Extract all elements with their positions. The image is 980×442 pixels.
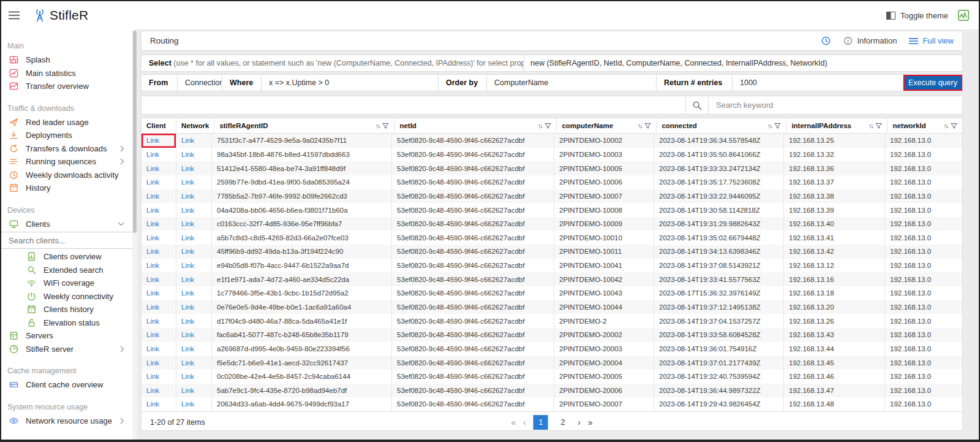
client-link[interactable]: Link [146,400,159,408]
sidebar-item-client-cache-overview[interactable]: Client cache overview [1,378,132,392]
network-link[interactable]: Link [181,289,194,297]
network-link[interactable]: Link [181,318,194,325]
execute-query-button[interactable]: Execute query [903,75,962,91]
client-link[interactable]: Link [146,207,159,214]
sort-icon[interactable]: ↑↓ [638,122,643,129]
filter-icon[interactable] [545,123,551,129]
page-button-1[interactable]: 1 [533,415,548,430]
client-link[interactable]: Link [146,262,159,269]
client-link[interactable]: Link [146,178,159,186]
client-link[interactable]: Link [146,192,159,200]
filter-icon[interactable] [951,123,957,129]
network-link[interactable]: Link [181,207,194,214]
sort-icon[interactable]: ↑↓ [944,122,949,129]
filter-icon[interactable] [875,123,882,129]
search-clients-input[interactable] [1,235,132,246]
toggle-theme-button[interactable]: Toggle theme [886,11,948,20]
sidebar-item-splash[interactable]: Splash [1,53,132,67]
client-link[interactable]: Link [146,234,159,242]
scrollbar-thumb[interactable] [133,31,137,233]
network-link[interactable]: Link [181,234,194,242]
sidebar-item-wifi-coverage[interactable]: WiFi coverage [1,276,132,290]
sidebar-item-transfers-downloads[interactable]: Transfers & downloads [1,142,132,156]
sidebar-item-transfer-overview[interactable]: Transfer overview [1,80,132,93]
sidebar-item-clients-overview[interactable]: Clients overview [1,250,132,264]
filter-icon[interactable] [774,123,781,129]
sort-icon[interactable]: ↑↓ [375,122,381,129]
client-link[interactable]: Link [146,303,159,311]
client-link[interactable]: Link [146,373,159,380]
column-header-stifleragentid[interactable]: stifleRAgentID↑↓ [214,118,394,133]
sidebar-item-clients[interactable]: Clients [1,218,132,231]
sidebar-item-elevation-status[interactable]: Elevation status [1,316,132,330]
sidebar-item-servers[interactable]: Servers [1,329,132,343]
network-link[interactable]: Link [181,276,194,283]
sort-icon[interactable]: ↑↓ [767,122,773,129]
sidebar-item-clients-history[interactable]: Clients history [1,303,132,316]
filter-icon[interactable] [644,123,651,129]
column-header-networkid[interactable]: networkId↑↓ [888,118,962,133]
client-link[interactable]: Link [146,289,159,297]
network-link[interactable]: Link [181,303,194,311]
sort-icon[interactable]: ↑↓ [538,122,543,129]
information-button[interactable]: Information [843,36,897,45]
client-link[interactable]: Link [146,331,159,338]
activity-chart-icon[interactable] [958,10,969,21]
client-link[interactable]: Link [146,220,159,227]
where-value-input[interactable]: x => x.Uptime > 0 [262,75,439,91]
network-link[interactable]: Link [181,192,194,200]
client-link[interactable]: Link [146,137,159,144]
page-button-2[interactable]: 2 [556,415,570,430]
select-value-input[interactable]: new (StifleRAgentID, NetId, ComputerName… [524,55,962,71]
column-header-computername[interactable]: computerName↑↓ [557,118,657,133]
network-link[interactable]: Link [181,345,194,352]
network-link[interactable]: Link [181,137,194,144]
column-header-internalipaddress[interactable]: internalIPAddress↑↓ [786,118,888,133]
network-link[interactable]: Link [181,248,194,255]
search-keyword-input[interactable] [709,96,962,114]
sort-icon[interactable]: ↑↓ [869,122,874,129]
filter-icon[interactable] [382,123,389,129]
last-page-button[interactable]: » [588,417,593,427]
network-link[interactable]: Link [181,178,194,186]
network-link[interactable]: Link [181,331,194,338]
network-link[interactable]: Link [181,165,194,172]
sidebar-item-running-sequences[interactable]: Running sequences [1,155,132,169]
next-page-button[interactable]: › [578,417,581,427]
return-entries-input[interactable]: 1000 [733,75,903,91]
client-link[interactable]: Link [146,276,159,283]
network-link[interactable]: Link [181,220,194,227]
column-header-connected[interactable]: connected↑↓ [657,118,786,133]
sidebar-item-extended-search[interactable]: Extended search [1,264,132,277]
previous-page-button[interactable]: ‹ [523,417,526,427]
full-view-button[interactable]: Full view [909,36,954,45]
network-link[interactable]: Link [181,359,194,367]
from-value-input[interactable]: Connections [178,75,222,91]
sidebar-item-weekly-downloads-activity[interactable]: Weekly downloads activity [1,169,132,182]
sidebar-item-stifler-server[interactable]: StifleR server [1,343,132,356]
client-link[interactable]: Link [146,248,159,255]
sidebar-scrollbar[interactable] [132,29,137,440]
sidebar-item-red-leader-usage[interactable]: Red leader usage [1,116,132,129]
first-page-button[interactable]: « [511,417,516,427]
sidebar-item-history[interactable]: History [1,181,132,195]
sidebar-item-deployments[interactable]: Deployments [1,129,132,142]
network-link[interactable]: Link [181,151,194,158]
network-link[interactable]: Link [181,262,194,269]
network-link[interactable]: Link [181,373,194,380]
order-by-value-input[interactable]: ComputerName [487,75,657,91]
sidebar-item-weekly-connectivity[interactable]: Weekly connectivity [1,290,132,303]
network-link[interactable]: Link [181,400,194,408]
client-link[interactable]: Link [146,318,159,325]
history-clock-icon[interactable] [821,36,831,46]
client-link[interactable]: Link [146,387,159,394]
client-link[interactable]: Link [146,359,159,367]
menu-icon[interactable] [9,11,20,20]
client-link[interactable]: Link [146,165,159,172]
search-icon[interactable] [686,96,709,114]
sidebar-item-network-resource-usage[interactable]: Network resource usage [1,414,132,428]
sidebar-item-main-statistics[interactable]: Main statistics [1,67,132,80]
client-link[interactable]: Link [146,151,159,158]
column-header-netid[interactable]: netId↑↓ [394,118,557,133]
client-link[interactable]: Link [146,345,159,352]
